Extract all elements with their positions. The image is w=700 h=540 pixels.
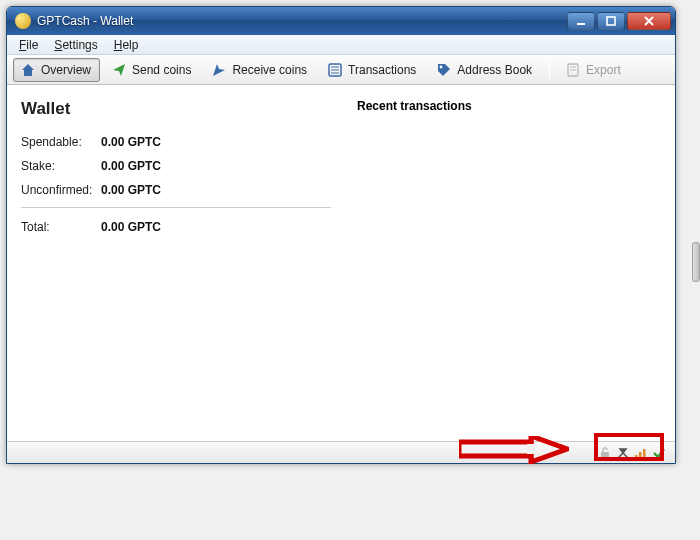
maximize-icon — [606, 16, 616, 26]
window-controls — [567, 12, 671, 30]
receive-icon — [211, 62, 227, 78]
unconfirmed-label: Unconfirmed: — [21, 183, 101, 197]
stake-label: Stake: — [21, 159, 101, 173]
balance-divider — [21, 207, 331, 208]
content-area: Wallet Spendable: 0.00 GPTC Stake: 0.00 … — [7, 85, 675, 441]
export-icon — [565, 62, 581, 78]
toolbar-separator — [549, 59, 550, 81]
total-label: Total: — [21, 220, 101, 234]
svg-rect-6 — [635, 455, 638, 459]
overview-label: Overview — [41, 63, 91, 77]
home-icon — [20, 62, 36, 78]
wallet-pane: Wallet Spendable: 0.00 GPTC Stake: 0.00 … — [7, 85, 347, 441]
transactions-label: Transactions — [348, 63, 416, 77]
minimize-icon — [576, 16, 586, 26]
address-book-label: Address Book — [457, 63, 532, 77]
tag-icon — [436, 62, 452, 78]
minimize-button[interactable] — [567, 12, 595, 30]
svg-rect-7 — [639, 452, 642, 459]
export-button[interactable]: Export — [558, 58, 630, 82]
network-bars-icon — [634, 446, 648, 460]
send-coins-button[interactable]: Send coins — [104, 58, 200, 82]
close-icon — [644, 16, 654, 26]
balance-row-unconfirmed: Unconfirmed: 0.00 GPTC — [21, 183, 335, 197]
overview-button[interactable]: Overview — [13, 58, 100, 82]
menu-file[interactable]: File — [11, 36, 46, 54]
unconfirmed-value: 0.00 GPTC — [101, 183, 161, 197]
window-title: GPTCash - Wallet — [37, 14, 567, 28]
close-button[interactable] — [627, 12, 671, 30]
titlebar: GPTCash - Wallet — [7, 7, 675, 35]
receive-label: Receive coins — [232, 63, 307, 77]
toolbar: Overview Send coins Receive coins Transa… — [7, 55, 675, 85]
status-icons — [595, 445, 669, 461]
total-value: 0.00 GPTC — [101, 220, 161, 234]
receive-coins-button[interactable]: Receive coins — [204, 58, 316, 82]
svg-rect-0 — [577, 23, 585, 25]
spendable-label: Spendable: — [21, 135, 101, 149]
recent-transactions-pane: Recent transactions — [347, 85, 675, 441]
check-icon — [652, 446, 666, 460]
svg-point-3 — [440, 65, 443, 68]
wallet-heading: Wallet — [21, 99, 335, 119]
lock-open-icon — [598, 446, 612, 460]
menubar: File Settings Help — [7, 35, 675, 55]
scrollbar-thumb[interactable] — [692, 242, 700, 282]
hammer-pick-icon — [616, 446, 630, 460]
app-window: GPTCash - Wallet File Settings Help Over… — [6, 6, 676, 464]
maximize-button[interactable] — [597, 12, 625, 30]
balance-row-total: Total: 0.00 GPTC — [21, 220, 335, 234]
recent-heading: Recent transactions — [357, 99, 663, 113]
spendable-value: 0.00 GPTC — [101, 135, 161, 149]
list-icon — [327, 62, 343, 78]
statusbar — [7, 441, 675, 463]
svg-rect-5 — [601, 452, 609, 458]
svg-rect-1 — [607, 17, 615, 25]
export-label: Export — [586, 63, 621, 77]
app-icon — [15, 13, 31, 29]
svg-rect-8 — [643, 449, 646, 459]
send-label: Send coins — [132, 63, 191, 77]
send-icon — [111, 62, 127, 78]
address-book-button[interactable]: Address Book — [429, 58, 541, 82]
menu-help[interactable]: Help — [106, 36, 147, 54]
stake-value: 0.00 GPTC — [101, 159, 161, 173]
transactions-button[interactable]: Transactions — [320, 58, 425, 82]
balance-row-spendable: Spendable: 0.00 GPTC — [21, 135, 335, 149]
menu-settings[interactable]: Settings — [46, 36, 105, 54]
balance-row-stake: Stake: 0.00 GPTC — [21, 159, 335, 173]
